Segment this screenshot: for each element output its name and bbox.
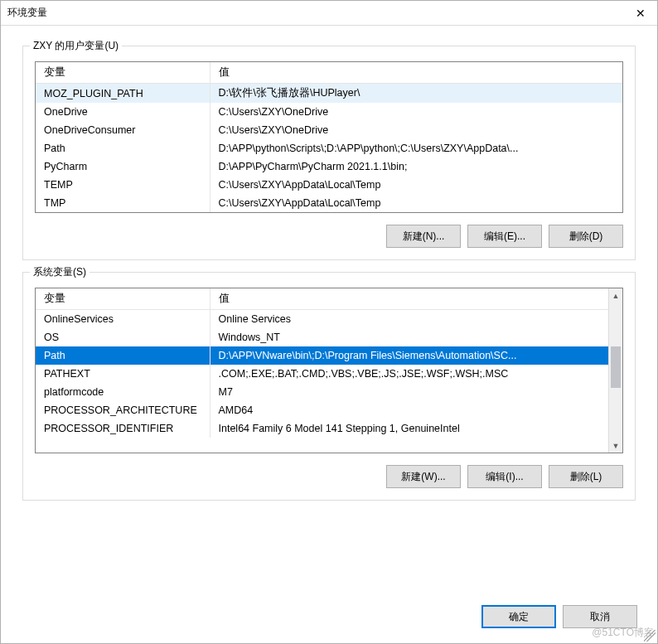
user-row[interactable]: OneDriveC:\Users\ZXY\OneDrive xyxy=(36,103,622,121)
sys-edit-button[interactable]: 编辑(I)... xyxy=(467,465,542,488)
user-col-val[interactable]: 值 xyxy=(210,62,622,84)
sys-col-val[interactable]: 值 xyxy=(210,288,608,310)
user-val-cell: D:\软件\张飞播放器\HUPlayer\ xyxy=(210,84,622,104)
sys-row[interactable]: OSWindows_NT xyxy=(36,328,608,346)
system-vars-label: 系统变量(S) xyxy=(30,265,90,279)
sys-val-cell: Online Services xyxy=(210,310,608,328)
system-vars-buttons: 新建(W)... 编辑(I)... 删除(L) xyxy=(35,465,623,488)
sys-row[interactable]: OnlineServicesOnline Services xyxy=(36,310,608,328)
user-col-var[interactable]: 变量 xyxy=(36,62,210,84)
user-var-cell: MOZ_PLUGIN_PATH xyxy=(36,84,210,104)
user-val-cell: D:\APP\PyCharm\PyCharm 2021.1.1\bin; xyxy=(210,157,622,176)
sys-row[interactable]: platformcodeM7 xyxy=(36,383,608,401)
sys-delete-button[interactable]: 删除(L) xyxy=(549,465,623,488)
scroll-down-icon[interactable]: ▼ xyxy=(609,438,622,453)
system-scrollbar[interactable]: ▲ ▼ xyxy=(608,288,622,453)
close-icon: ✕ xyxy=(636,7,646,20)
user-edit-button[interactable]: 编辑(E)... xyxy=(467,225,542,248)
titlebar: 环境变量 ✕ xyxy=(1,1,657,26)
user-val-cell: C:\Users\ZXY\OneDrive xyxy=(210,121,622,139)
user-var-cell: OneDrive xyxy=(36,103,210,121)
user-row[interactable]: OneDriveConsumerC:\Users\ZXY\OneDrive xyxy=(36,121,622,139)
user-val-cell: C:\Users\ZXY\OneDrive xyxy=(210,103,622,121)
user-var-cell: PyCharm xyxy=(36,157,210,176)
system-vars-group: 系统变量(S) 变量 值 OnlineServicesOnline Servic… xyxy=(22,272,636,501)
dialog-buttons: 确定 取消 xyxy=(1,597,657,643)
sys-row[interactable]: PathD:\APP\VNware\bin\;D:\Program Files\… xyxy=(36,346,608,365)
user-row[interactable]: TMPC:\Users\ZXY\AppData\Local\Temp xyxy=(36,194,622,212)
user-vars-label: ZXY 的用户变量(U) xyxy=(30,39,122,53)
scroll-thumb[interactable] xyxy=(611,346,621,388)
user-val-cell: C:\Users\ZXY\AppData\Local\Temp xyxy=(210,194,622,212)
sys-var-cell: Path xyxy=(36,346,210,365)
sys-var-cell: OnlineServices xyxy=(36,310,210,328)
scroll-up-icon[interactable]: ▲ xyxy=(609,288,622,303)
user-vars-list[interactable]: 变量 值 MOZ_PLUGIN_PATHD:\软件\张飞播放器\HUPlayer… xyxy=(35,61,623,213)
sys-row[interactable]: PATHEXT.COM;.EXE;.BAT;.CMD;.VBS;.VBE;.JS… xyxy=(36,365,608,383)
user-vars-buttons: 新建(N)... 编辑(E)... 删除(D) xyxy=(35,225,623,248)
user-delete-button[interactable]: 删除(D) xyxy=(549,225,623,248)
sys-var-cell: OS xyxy=(36,328,210,346)
user-row[interactable]: PathD:\APP\python\Scripts\;D:\APP\python… xyxy=(36,139,622,157)
sys-var-cell: PROCESSOR_IDENTIFIER xyxy=(36,419,210,438)
sys-new-button[interactable]: 新建(W)... xyxy=(386,465,461,488)
sys-row[interactable]: PROCESSOR_ARCHITECTUREAMD64 xyxy=(36,401,608,419)
user-var-cell: TMP xyxy=(36,194,210,212)
user-vars-group: ZXY 的用户变量(U) 变量 值 MOZ_PLUGIN_PATHD:\软件\张… xyxy=(22,46,636,260)
user-var-cell: OneDriveConsumer xyxy=(36,121,210,139)
sys-val-cell: Intel64 Family 6 Model 141 Stepping 1, G… xyxy=(210,419,608,438)
sys-val-cell: Windows_NT xyxy=(210,328,608,346)
cancel-button[interactable]: 取消 xyxy=(563,605,637,628)
sys-val-cell: AMD64 xyxy=(210,401,608,419)
sys-val-cell: M7 xyxy=(210,383,608,401)
sys-var-cell: PATHEXT xyxy=(36,365,210,383)
dialog-body: ZXY 的用户变量(U) 变量 值 MOZ_PLUGIN_PATHD:\软件\张… xyxy=(1,26,657,597)
user-val-cell: D:\APP\python\Scripts\;D:\APP\python\;C:… xyxy=(210,139,622,157)
sys-row[interactable]: PROCESSOR_IDENTIFIERIntel64 Family 6 Mod… xyxy=(36,419,608,438)
user-row[interactable]: MOZ_PLUGIN_PATHD:\软件\张飞播放器\HUPlayer\ xyxy=(36,84,622,104)
window-title: 环境变量 xyxy=(7,6,624,20)
close-button[interactable]: ✕ xyxy=(624,1,657,26)
sys-var-cell: platformcode xyxy=(36,383,210,401)
user-val-cell: C:\Users\ZXY\AppData\Local\Temp xyxy=(210,176,622,194)
user-row[interactable]: PyCharmD:\APP\PyCharm\PyCharm 2021.1.1\b… xyxy=(36,157,622,176)
user-var-cell: Path xyxy=(36,139,210,157)
user-var-cell: TEMP xyxy=(36,176,210,194)
sys-val-cell: D:\APP\VNware\bin\;D:\Program Files\Siem… xyxy=(210,346,608,365)
system-vars-list[interactable]: 变量 值 OnlineServicesOnline ServicesOSWind… xyxy=(35,288,623,453)
user-row[interactable]: TEMPC:\Users\ZXY\AppData\Local\Temp xyxy=(36,176,622,194)
user-new-button[interactable]: 新建(N)... xyxy=(386,225,461,248)
env-vars-dialog: 环境变量 ✕ ZXY 的用户变量(U) 变量 值 MOZ_PLUGIN_PATH… xyxy=(0,0,658,644)
sys-col-var[interactable]: 变量 xyxy=(36,288,210,310)
sys-var-cell: PROCESSOR_ARCHITECTURE xyxy=(36,401,210,419)
sys-val-cell: .COM;.EXE;.BAT;.CMD;.VBS;.VBE;.JS;.JSE;.… xyxy=(210,365,608,383)
ok-button[interactable]: 确定 xyxy=(481,605,556,628)
